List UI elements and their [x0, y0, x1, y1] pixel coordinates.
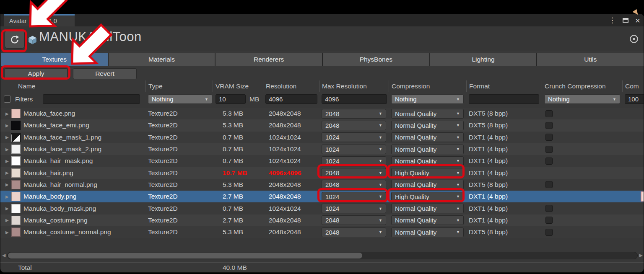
texture-thumbnail: [11, 133, 21, 142]
texture-row[interactable]: ▶Manuka_hair.pngTexture2D10.7 MB4096x409…: [0, 167, 644, 178]
max-resolution-dropdown[interactable]: 1024▼: [322, 192, 386, 202]
texture-type: Texture2D: [148, 193, 178, 200]
max-resolution-dropdown[interactable]: 2048▼: [322, 215, 386, 225]
close-icon[interactable]: ×: [635, 16, 640, 25]
compression-dropdown[interactable]: High Quality▼: [391, 168, 464, 178]
texture-row[interactable]: ▶Manuka_hair_mask.pngTexture2D0.7 MB1024…: [0, 155, 644, 167]
window-tab-avatar[interactable]: Avatar 1.1.0: [4, 14, 75, 26]
foldout-icon[interactable]: ▶: [5, 194, 11, 199]
refresh-icon: [10, 34, 20, 44]
com-filter-input[interactable]: [625, 94, 644, 104]
texture-row[interactable]: ▶Manuka_costume_normal.pngTexture2D5.3 M…: [0, 226, 644, 238]
crunch-filter-dropdown[interactable]: Nothing ▼: [544, 94, 620, 104]
scroll-right-icon[interactable]: ▶: [639, 253, 643, 258]
format-value: DXT1 (4 bpp): [469, 169, 508, 176]
vram-size-value: 5.3 MB: [223, 228, 243, 235]
tab-physbones[interactable]: PhysBones: [323, 53, 429, 66]
max-resolution-dropdown[interactable]: 2048▼: [322, 168, 386, 178]
foldout-icon[interactable]: ▶: [5, 230, 11, 235]
scrollbar-track[interactable]: [7, 252, 638, 259]
crunch-compression-checkbox[interactable]: [545, 205, 553, 212]
crunch-compression-checkbox[interactable]: [545, 217, 553, 224]
format-value: DXT5 (8 bpp): [469, 181, 508, 188]
foldout-icon[interactable]: ▶: [5, 135, 11, 140]
max-resolution-dropdown[interactable]: 1024▼: [322, 145, 386, 154]
max-resolution-dropdown[interactable]: 2048▼: [322, 180, 386, 189]
tab-renderers[interactable]: Renderers: [216, 53, 322, 66]
max-resolution-dropdown[interactable]: 2048▼: [322, 227, 386, 237]
max-resolution-dropdown[interactable]: 1024▼: [322, 156, 386, 166]
filters-checkbox[interactable]: [4, 96, 11, 103]
chevron-down-icon: ▼: [456, 207, 460, 211]
texture-type: Texture2D: [148, 169, 178, 176]
compression-dropdown[interactable]: Normal Quality▼: [391, 180, 464, 189]
foldout-icon[interactable]: ▶: [5, 147, 11, 152]
vram-size-value: 2.7 MB: [223, 217, 243, 224]
chevron-down-icon: ▼: [456, 230, 460, 234]
max-resolution-dropdown[interactable]: 2048▼: [322, 121, 386, 130]
max-resolution-dropdown[interactable]: 2048▼: [322, 109, 386, 119]
tab-utils[interactable]: Utils: [537, 53, 644, 66]
compression-dropdown[interactable]: High Quality▼: [391, 192, 464, 202]
crunch-compression-checkbox[interactable]: [545, 146, 553, 153]
tab-lighting[interactable]: Lighting: [430, 53, 537, 66]
crunch-compression-checkbox[interactable]: [545, 158, 553, 165]
chevron-down-icon: ▼: [456, 183, 460, 187]
compression-filter-dropdown[interactable]: Nothing ▼: [391, 94, 464, 104]
tab-materials[interactable]: Materials: [109, 53, 215, 66]
max-resolution-dropdown[interactable]: 1024▼: [322, 132, 386, 142]
compression-dropdown[interactable]: Normal Quality▼: [391, 145, 464, 154]
compression-dropdown[interactable]: Normal Quality▼: [391, 227, 464, 237]
object-picker-icon[interactable]: [628, 34, 639, 46]
texture-row[interactable]: ▶Manuka_face_mask_1.pngTexture2D0.7 MB10…: [0, 132, 644, 143]
kebab-menu-icon[interactable]: ⋮: [609, 17, 616, 24]
vram-filter-input[interactable]: [216, 94, 246, 104]
refresh-button[interactable]: [5, 30, 25, 49]
format-filter-input[interactable]: [469, 94, 539, 104]
revert-button[interactable]: Revert: [73, 68, 137, 79]
max-resolution-dropdown[interactable]: 1024▼: [322, 204, 386, 213]
resolution-filter-input[interactable]: [265, 94, 317, 104]
texture-row[interactable]: ▶Manuka_costume.pngTexture2D2.7 MB2048x2…: [0, 215, 644, 226]
texture-row[interactable]: ▶Manuka_body.pngTexture2D2.7 MB2048x2048…: [0, 191, 644, 202]
apply-button[interactable]: Apply: [5, 68, 68, 79]
crunch-compression-checkbox[interactable]: [545, 110, 553, 117]
texture-row[interactable]: ▶Manuka_face_emi.pngTexture2D5.3 MB2048x…: [0, 119, 644, 131]
name-filter-input[interactable]: [43, 94, 140, 104]
scroll-left-icon[interactable]: ◀: [2, 253, 5, 258]
maximize-icon[interactable]: [623, 18, 628, 23]
resolution-value: 2048x2048: [269, 110, 301, 117]
foldout-icon[interactable]: ▶: [5, 206, 11, 211]
crunch-compression-checkbox[interactable]: [545, 122, 553, 129]
compression-dropdown[interactable]: Normal Quality▼: [391, 215, 464, 225]
compression-dropdown[interactable]: Normal Quality▼: [391, 204, 464, 213]
texture-thumbnail: [11, 227, 21, 237]
horizontal-scrollbar[interactable]: ◀ ▶: [0, 251, 644, 261]
chevron-down-icon: ▼: [379, 171, 382, 175]
foldout-icon[interactable]: ▶: [5, 218, 11, 222]
foldout-icon[interactable]: ▶: [5, 182, 11, 187]
texture-row[interactable]: ▶Manuka_face.pngTexture2D5.3 MB2048x2048…: [0, 108, 644, 119]
foldout-icon[interactable]: ▶: [5, 159, 11, 163]
compression-dropdown[interactable]: Normal Quality▼: [391, 109, 464, 119]
texture-row[interactable]: ▶Manuka_face_mask_2.pngTexture2D0.7 MB10…: [0, 143, 644, 155]
texture-row[interactable]: ▶Manuka_hair_normal.pngTexture2D5.3 MB20…: [0, 179, 644, 191]
texture-thumbnail: [11, 204, 21, 213]
resolution-value: 2048x2048: [269, 228, 301, 235]
texture-name: Manuka_hair.png: [23, 169, 73, 177]
compression-dropdown[interactable]: Normal Quality▼: [391, 156, 464, 166]
tab-textures[interactable]: Textures: [1, 53, 108, 66]
resolution-value: 2048x2048: [269, 121, 301, 129]
foldout-icon[interactable]: ▶: [5, 111, 11, 116]
crunch-compression-checkbox[interactable]: [545, 134, 553, 141]
scrollbar-thumb[interactable]: [8, 253, 362, 258]
compression-dropdown[interactable]: Normal Quality▼: [391, 121, 464, 130]
compression-dropdown[interactable]: Normal Quality▼: [391, 132, 464, 142]
foldout-icon[interactable]: ▶: [5, 123, 11, 128]
crunch-compression-checkbox[interactable]: [545, 181, 553, 188]
max-resolution-filter-input[interactable]: [322, 94, 387, 104]
foldout-icon[interactable]: ▶: [5, 171, 11, 175]
type-filter-dropdown[interactable]: Nothing ▼: [148, 94, 212, 104]
texture-row[interactable]: ▶Manuka_body_mask.pngTexture2D0.7 MB1024…: [0, 202, 644, 214]
crunch-compression-checkbox[interactable]: [545, 229, 553, 236]
